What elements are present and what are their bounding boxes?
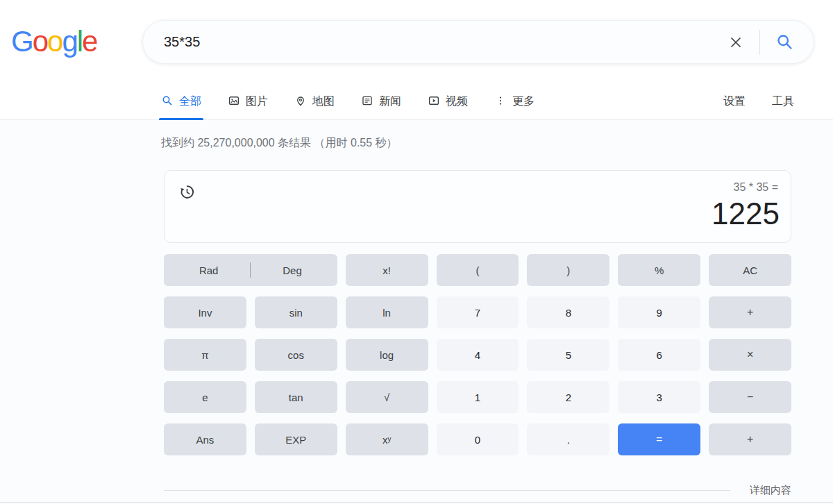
tab-all[interactable]: 全部 xyxy=(161,83,201,120)
calc-key-ans[interactable]: Ans xyxy=(164,423,246,455)
calc-key-0[interactable]: 0 xyxy=(437,423,519,455)
calc-key-log[interactable]: log xyxy=(346,339,428,371)
calc-key-equals[interactable]: = xyxy=(618,423,700,455)
calc-key-9[interactable]: 9 xyxy=(618,296,700,328)
calc-key-exp[interactable]: EXP xyxy=(255,423,337,455)
calc-key-5[interactable]: 5 xyxy=(527,339,609,371)
calc-key-6[interactable]: 6 xyxy=(618,339,700,371)
tab-label: 更多 xyxy=(512,94,535,109)
calc-key-open-paren[interactable]: ( xyxy=(437,254,519,286)
calc-key-x-pow-y[interactable]: xʸ xyxy=(346,423,428,455)
search-input[interactable]: 35*35 xyxy=(164,34,727,50)
more-dots-icon xyxy=(494,94,507,110)
calculator-result: 1225 xyxy=(712,196,780,233)
calculator-widget: 35 * 35 = 1225 RadDegx!()%ACInvsinln789+… xyxy=(164,170,791,497)
tab-label: 新闻 xyxy=(379,94,401,109)
calc-key-minus[interactable]: − xyxy=(709,381,791,413)
logo-letter: e xyxy=(82,25,96,58)
logo-letter: o xyxy=(33,25,47,58)
tab-label: 视频 xyxy=(446,94,468,109)
result-stats: 找到约 25,270,000,000 条结果 （用时 0.55 秒） xyxy=(161,136,398,151)
tab-more[interactable]: 更多 xyxy=(494,83,535,120)
footer-divider xyxy=(164,490,730,491)
calc-key-ln[interactable]: ln xyxy=(346,296,428,328)
calc-key-7[interactable]: 7 xyxy=(437,296,519,328)
calc-key-plus[interactable]: + xyxy=(709,296,791,328)
news-icon xyxy=(361,94,373,110)
video-icon xyxy=(428,94,440,110)
map-pin-icon xyxy=(294,94,307,110)
calc-key-percent[interactable]: % xyxy=(618,254,700,286)
tools-link[interactable]: 工具 xyxy=(772,94,794,109)
window-bottom-edge xyxy=(0,502,833,503)
search-divider xyxy=(759,30,760,55)
calc-key-pi[interactable]: π xyxy=(164,339,246,371)
calc-key-factorial[interactable]: x! xyxy=(346,254,428,286)
search-icon xyxy=(161,94,174,110)
calculator-expression: 35 * 35 = xyxy=(734,181,779,194)
logo-letter: o xyxy=(47,25,62,58)
logo-letter: l xyxy=(77,25,82,58)
search-submit-icon[interactable] xyxy=(775,33,794,51)
google-logo[interactable]: Google xyxy=(11,25,96,58)
history-icon[interactable] xyxy=(178,183,196,201)
calc-key-tan[interactable]: tan xyxy=(255,381,337,413)
calc-key-decimal[interactable]: . xyxy=(527,423,609,455)
image-icon xyxy=(228,94,240,110)
calc-key-cos[interactable]: cos xyxy=(255,339,337,371)
calc-key-inv[interactable]: Inv xyxy=(164,296,246,328)
calculator-display: 35 * 35 = 1225 xyxy=(164,170,791,243)
results-tabbar: 全部 图片 地图 新闻 视频 更多 设置 xyxy=(0,83,833,120)
search-header: Google 35*35 全部 图片 地图 xyxy=(0,0,833,120)
calculator-footer: 详细内容 xyxy=(164,484,791,497)
tab-label: 全部 xyxy=(179,94,201,109)
tab-videos[interactable]: 视频 xyxy=(428,83,468,120)
calc-key-e[interactable]: e xyxy=(164,381,246,413)
calc-key-sqrt[interactable]: √ xyxy=(346,381,428,413)
calc-key-sin[interactable]: sin xyxy=(255,296,337,328)
tab-images[interactable]: 图片 xyxy=(228,83,268,120)
calculator-keypad: RadDegx!()%ACInvsinln789+πcoslog456×etan… xyxy=(164,254,791,455)
tab-news[interactable]: 新闻 xyxy=(361,83,401,120)
clear-icon[interactable] xyxy=(727,34,744,51)
calc-key-label-rad[interactable]: Rad xyxy=(199,264,219,276)
calc-key-4[interactable]: 4 xyxy=(437,339,519,371)
calc-key-close-paren[interactable]: ) xyxy=(527,254,609,286)
settings-link[interactable]: 设置 xyxy=(723,94,746,109)
calc-key-8[interactable]: 8 xyxy=(527,296,609,328)
tab-label: 地图 xyxy=(312,94,335,109)
more-details-link[interactable]: 详细内容 xyxy=(750,484,791,497)
calc-key-plus[interactable]: + xyxy=(709,423,791,455)
calc-key-2[interactable]: 2 xyxy=(527,381,609,413)
tab-maps[interactable]: 地图 xyxy=(294,83,335,120)
calc-key-rad-deg[interactable]: RadDeg xyxy=(164,254,337,286)
calc-key-multiply[interactable]: × xyxy=(709,339,791,371)
calc-key-3[interactable]: 3 xyxy=(618,381,700,413)
logo-letter: G xyxy=(11,25,33,58)
tab-label: 图片 xyxy=(246,94,268,109)
calc-key-1[interactable]: 1 xyxy=(437,381,519,413)
search-box[interactable]: 35*35 xyxy=(142,20,814,64)
calc-key-ac[interactable]: AC xyxy=(709,254,791,286)
calc-key-label-deg[interactable]: Deg xyxy=(283,264,302,276)
logo-letter: g xyxy=(62,25,76,58)
rad-deg-divider xyxy=(250,262,251,278)
